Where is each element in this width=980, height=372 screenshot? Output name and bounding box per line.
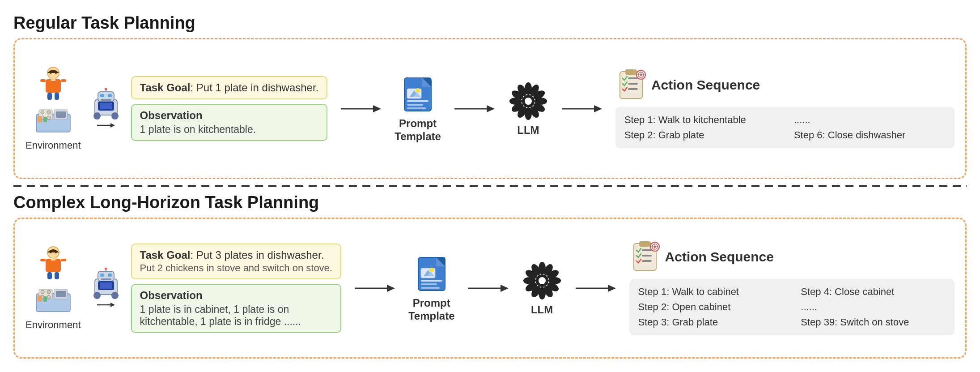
top-info-boxes: Task Goal: Put 1 plate in dishwasher. Ob… bbox=[131, 76, 328, 141]
bottom-task-goal-text2: Put 2 chickens in stove and switch on st… bbox=[140, 262, 332, 274]
svg-marker-135 bbox=[608, 285, 616, 292]
main-container: Regular Task Planning bbox=[0, 0, 980, 372]
svg-rect-25 bbox=[101, 99, 111, 101]
top-arrow-to-prompt bbox=[341, 100, 381, 118]
svg-point-41 bbox=[416, 88, 420, 93]
top-observation-label: Observation bbox=[140, 109, 319, 122]
bottom-task-goal-label: Task Goal bbox=[140, 249, 191, 261]
robot-icon-top bbox=[88, 88, 124, 120]
svg-point-114 bbox=[429, 268, 434, 272]
svg-point-102 bbox=[111, 292, 119, 299]
svg-rect-116 bbox=[421, 283, 437, 285]
top-step-2: Step 2: Grab plate bbox=[624, 129, 776, 141]
svg-point-87 bbox=[47, 295, 51, 299]
svg-rect-140 bbox=[642, 260, 652, 262]
svg-rect-67 bbox=[628, 88, 638, 90]
top-steps-grid: Step 1: Walk to kitchentable ...... Step… bbox=[615, 107, 955, 148]
bottom-steps-grid: Step 1: Walk to cabinet Step 4: Close ca… bbox=[629, 279, 955, 335]
bottom-info-boxes: Task Goal: Put 3 plates in dishwasher. P… bbox=[131, 244, 341, 333]
svg-rect-7 bbox=[47, 93, 52, 100]
robot-to-obs-arrow-bottom bbox=[97, 301, 115, 309]
bottom-step-4: Step 4: Close cabinet bbox=[801, 286, 946, 298]
bottom-arrow-to-llm bbox=[468, 279, 509, 297]
bottom-action-title-row: Action Sequence bbox=[629, 241, 955, 273]
svg-rect-42 bbox=[407, 100, 428, 102]
svg-marker-104 bbox=[110, 303, 115, 307]
person-icon-bottom bbox=[38, 245, 69, 281]
top-section-content: Environment bbox=[13, 38, 967, 179]
svg-rect-90 bbox=[38, 295, 42, 302]
top-robot-group bbox=[88, 88, 124, 129]
svg-rect-5 bbox=[40, 79, 46, 82]
top-prompt-template-block: Prompt Template bbox=[395, 74, 441, 143]
svg-rect-23 bbox=[100, 94, 104, 97]
bottom-env-column: Environment bbox=[25, 245, 81, 331]
top-action-sequence-block: Action Sequence Step 1: Walk to kitchent… bbox=[615, 69, 955, 148]
arrow-svg-top3 bbox=[562, 100, 602, 118]
top-prompt-template-label: Prompt Template bbox=[395, 117, 441, 143]
svg-rect-100 bbox=[100, 282, 112, 289]
svg-rect-89 bbox=[56, 291, 66, 297]
bottom-step-3: Step 3: Grab plate bbox=[638, 316, 783, 328]
top-section: Regular Task Planning bbox=[13, 9, 967, 184]
top-env-label: Environment bbox=[25, 140, 81, 151]
bottom-task-goal-text: : Put 3 plates in dishwasher. bbox=[190, 249, 324, 261]
svg-rect-91 bbox=[43, 296, 47, 302]
svg-rect-64 bbox=[625, 69, 637, 75]
bottom-arrow-to-action bbox=[576, 279, 616, 297]
bottom-prompt-template-block: Prompt Template bbox=[408, 254, 455, 323]
bottom-task-goal-box: Task Goal: Put 3 plates in dishwasher. P… bbox=[131, 244, 341, 279]
svg-rect-138 bbox=[642, 249, 652, 251]
top-llm-label: LLM bbox=[517, 124, 539, 137]
svg-rect-79 bbox=[61, 259, 66, 261]
svg-rect-27 bbox=[100, 103, 112, 109]
bottom-llm-label: LLM bbox=[531, 304, 553, 316]
top-step-dots: ...... bbox=[794, 114, 946, 126]
svg-marker-33 bbox=[373, 105, 381, 112]
svg-rect-115 bbox=[421, 280, 442, 282]
llm-icon-top bbox=[508, 81, 548, 121]
svg-point-29 bbox=[111, 112, 119, 120]
svg-rect-78 bbox=[40, 259, 46, 261]
bottom-step-2: Step 2: Open cabinet bbox=[638, 301, 783, 313]
person-icon bbox=[38, 66, 69, 102]
svg-point-12 bbox=[47, 111, 51, 114]
bottom-step-1: Step 1: Walk to cabinet bbox=[638, 286, 783, 298]
bottom-robot-group bbox=[88, 268, 124, 309]
svg-rect-139 bbox=[642, 255, 652, 257]
svg-marker-106 bbox=[387, 285, 395, 292]
top-env-column: Environment bbox=[25, 66, 81, 151]
top-observation-text: 1 plate is on kitchentable. bbox=[140, 124, 319, 136]
svg-point-60 bbox=[525, 98, 532, 105]
svg-rect-4 bbox=[51, 78, 55, 81]
svg-rect-44 bbox=[407, 107, 426, 109]
bottom-section-title: Complex Long-Horizon Task Planning bbox=[13, 193, 967, 212]
svg-point-74 bbox=[50, 252, 51, 253]
svg-rect-43 bbox=[407, 104, 423, 106]
prompt-template-icon-top bbox=[400, 74, 436, 115]
svg-point-22 bbox=[105, 88, 107, 90]
arrow-svg-bottom3 bbox=[576, 279, 616, 297]
svg-rect-16 bbox=[56, 111, 66, 118]
top-task-goal-box: Task Goal: Put 1 plate in dishwasher. bbox=[131, 76, 328, 99]
bottom-step-39: Step 39: Switch on stove bbox=[801, 316, 946, 328]
top-task-goal-label: Task Goal bbox=[140, 81, 191, 94]
bottom-section-content: Environment bbox=[13, 218, 967, 359]
svg-rect-24 bbox=[108, 94, 112, 97]
svg-rect-81 bbox=[55, 272, 59, 279]
svg-point-101 bbox=[93, 292, 101, 299]
svg-rect-76 bbox=[46, 259, 61, 272]
bottom-action-sequence-block: Action Sequence Step 1: Walk to cabinet … bbox=[629, 241, 955, 335]
svg-point-28 bbox=[93, 112, 101, 120]
svg-marker-119 bbox=[501, 285, 509, 292]
svg-rect-18 bbox=[43, 117, 47, 122]
svg-rect-6 bbox=[61, 79, 66, 82]
svg-rect-8 bbox=[55, 93, 59, 100]
bottom-left-block: Environment bbox=[25, 244, 341, 333]
top-action-title-row: Action Sequence bbox=[615, 69, 955, 101]
top-observation-box: Observation 1 plate is on kitchentable. bbox=[131, 104, 328, 141]
svg-marker-46 bbox=[487, 105, 495, 112]
top-action-title: Action Sequence bbox=[651, 77, 760, 93]
prompt-template-icon-bottom bbox=[414, 254, 450, 294]
top-step-6: Step 6: Close dishwasher bbox=[794, 129, 946, 141]
